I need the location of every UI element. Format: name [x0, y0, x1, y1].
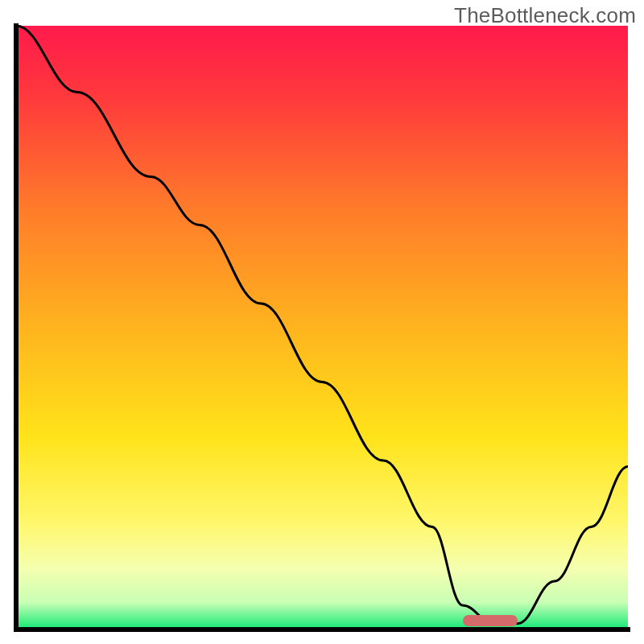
plot-background — [16, 26, 628, 630]
chart-frame: TheBottleneck.com — [0, 0, 644, 644]
bottleneck-chart — [0, 0, 644, 644]
optimal-range-marker — [463, 615, 518, 626]
